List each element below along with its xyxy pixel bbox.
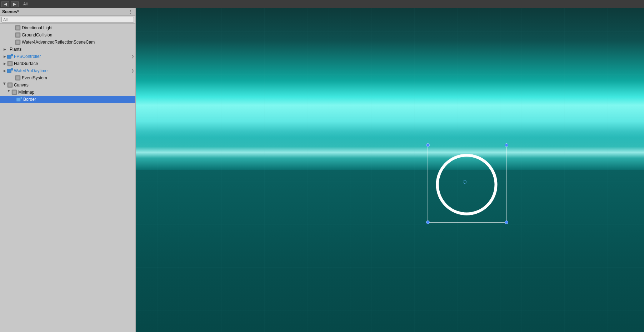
scene-background — [136, 8, 644, 332]
arrow-canvas: ▶ — [3, 83, 6, 88]
scene-grid — [136, 8, 644, 332]
tree-item-water4-cam[interactable]: Water4AdvancedReflectionSceneCam — [0, 39, 135, 46]
svg-rect-18 — [16, 98, 20, 101]
icon-fps-controller — [7, 54, 13, 59]
tree-item-directional-light[interactable]: Directional Light — [0, 24, 135, 31]
svg-rect-5 — [16, 40, 19, 44]
chevron-water-pro-daytime: ❯ — [130, 69, 135, 73]
toolbar-search-label: All — [23, 2, 28, 6]
icon-ground-collision — [15, 32, 21, 38]
icon-hard-surface — [7, 61, 13, 66]
label-canvas: Canvas — [14, 83, 135, 88]
svg-rect-3 — [16, 33, 19, 36]
scene-view[interactable]: Shaded 2D ♪ ✦ ☁ ≋ ▷ ⌕ ⊞ Gizmos — [136, 8, 644, 332]
main-content: Scenes* ⋮ Directional Light — [0, 8, 644, 332]
toolbar-sep-1 — [21, 1, 21, 6]
tree-item-hard-surface[interactable]: ▶ HardSurface — [0, 60, 135, 67]
label-minimap: Minimap — [18, 90, 135, 95]
toolbar-forward-btn[interactable]: ▶ — [11, 1, 19, 7]
main-toolbar: ◀ ▶ All — [0, 0, 644, 8]
tree-item-water-pro-daytime[interactable]: ▶ WaterProDaytime ❯ — [0, 67, 135, 74]
label-event-system: EventSystem — [22, 75, 135, 80]
label-ground-collision: GroundCollision — [22, 33, 135, 38]
arrow-fps-controller: ▶ — [2, 55, 7, 58]
tree-item-minimap[interactable]: ▶ Minimap — [0, 89, 135, 96]
hierarchy-title: Scenes* — [2, 9, 19, 14]
label-fps-controller: FPSController — [14, 54, 130, 59]
hierarchy-header: Scenes* ⋮ — [0, 8, 135, 16]
search-input[interactable] — [1, 17, 134, 23]
hierarchy-menu-btn[interactable]: ⋮ — [128, 9, 133, 15]
label-border: Border — [23, 97, 135, 102]
icon-canvas — [7, 82, 13, 88]
chevron-fps-controller: ❯ — [130, 55, 135, 58]
svg-rect-17 — [13, 90, 16, 94]
arrow-minimap: ▶ — [7, 90, 11, 95]
tree-item-ground-collision[interactable]: GroundCollision — [0, 31, 135, 39]
hierarchy-panel: Scenes* ⋮ Directional Light — [0, 8, 136, 332]
hierarchy-search-bar — [0, 16, 135, 24]
svg-rect-10 — [7, 69, 11, 73]
tree-item-event-system[interactable]: EventSystem — [0, 74, 135, 81]
arrow-water-pro-daytime: ▶ — [2, 69, 7, 73]
svg-rect-7 — [11, 54, 13, 56]
svg-rect-6 — [7, 55, 11, 58]
svg-point-20 — [438, 155, 496, 214]
toolbar-back-btn[interactable]: ◀ — [1, 1, 9, 7]
tree-item-canvas[interactable]: ▶ Canvas — [0, 81, 135, 89]
svg-rect-1 — [16, 26, 19, 29]
svg-rect-19 — [20, 97, 22, 99]
label-directional-light: Directional Light — [22, 25, 135, 30]
tree-item-border[interactable]: Border — [0, 96, 135, 103]
icon-water-pro-daytime — [7, 68, 13, 74]
center-pivot-dot — [463, 180, 466, 184]
icon-border — [16, 96, 22, 102]
svg-rect-11 — [11, 68, 13, 70]
border-circle — [434, 152, 499, 217]
label-water-pro-daytime: WaterProDaytime — [14, 68, 130, 73]
arrow-hard-surface: ▶ — [2, 62, 7, 65]
svg-rect-13 — [16, 76, 19, 79]
icon-water4-cam — [15, 39, 21, 45]
label-water4-cam: Water4AdvancedReflectionSceneCam — [22, 40, 135, 45]
icon-plants — [7, 46, 9, 52]
tree-item-fps-controller[interactable]: ▶ FPSController ❯ — [0, 53, 135, 60]
svg-rect-9 — [8, 62, 11, 65]
svg-rect-15 — [8, 83, 11, 86]
label-plants: Plants — [10, 47, 135, 52]
tree-item-plants[interactable]: ▶ Plants — [0, 46, 135, 53]
icon-minimap — [11, 89, 17, 95]
hierarchy-tree: Directional Light GroundCollision — [0, 24, 135, 332]
arrow-plants: ▶ — [2, 48, 7, 51]
icon-directional-light — [15, 25, 21, 31]
icon-event-system — [15, 75, 21, 81]
label-hard-surface: HardSurface — [14, 61, 135, 66]
